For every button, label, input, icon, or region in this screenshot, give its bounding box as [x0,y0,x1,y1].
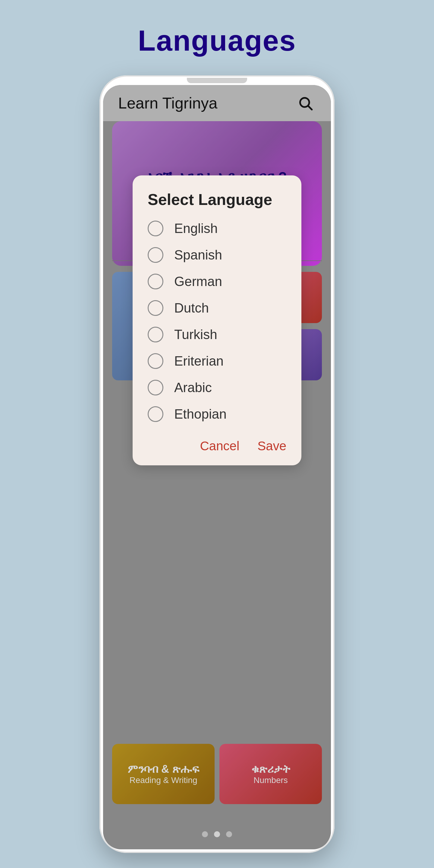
label-arabic: Arabic [174,380,212,395]
label-eriterian: Eriterian [174,353,224,369]
radio-eriterian[interactable] [148,353,163,369]
phone-top-bar [99,75,335,82]
page-title: Languages [138,24,296,57]
option-ethiopian[interactable]: Ethopian [148,406,286,422]
app-content: ኣበኹ ኣንጋቲ ኣዶ ዘጋብር ? ምንባብ & ጽሑፍ Reading & … [103,121,331,849]
radio-arabic[interactable] [148,380,163,396]
label-turkish: Turkish [174,327,217,342]
option-eriterian[interactable]: Eriterian [148,353,286,369]
cancel-button[interactable]: Cancel [200,439,240,453]
save-button[interactable]: Save [257,439,286,453]
dialog-overlay: Select Language English Spanish German [103,121,331,849]
select-language-dialog: Select Language English Spanish German [133,176,301,465]
search-button[interactable] [295,93,316,114]
option-turkish[interactable]: Turkish [148,327,286,342]
phone-notch [187,78,247,83]
radio-english[interactable] [148,221,163,236]
label-german: German [174,274,222,289]
label-ethiopian: Ethopian [174,407,227,422]
phone-frame: Learn Tigrinya ኣበኹ ኣንጋቲ ኣዶ ዘጋብር ? [99,75,335,853]
option-spanish[interactable]: Spanish [148,247,286,263]
radio-german[interactable] [148,274,163,289]
phone-screen: Learn Tigrinya ኣበኹ ኣንጋቲ ኣዶ ዘጋብር ? [103,85,331,849]
radio-spanish[interactable] [148,247,163,263]
option-german[interactable]: German [148,274,286,289]
label-dutch: Dutch [174,301,209,315]
label-english: English [174,221,218,236]
dialog-actions: Cancel Save [148,433,286,453]
svg-line-1 [308,106,312,110]
option-english[interactable]: English [148,221,286,236]
option-dutch[interactable]: Dutch [148,300,286,316]
dialog-title: Select Language [148,190,286,209]
app-name: Learn Tigrinya [118,94,218,112]
radio-ethiopian[interactable] [148,406,163,422]
app-toolbar: Learn Tigrinya [103,85,331,121]
option-arabic[interactable]: Arabic [148,380,286,396]
radio-turkish[interactable] [148,327,163,342]
label-spanish: Spanish [174,247,222,262]
radio-dutch[interactable] [148,300,163,316]
